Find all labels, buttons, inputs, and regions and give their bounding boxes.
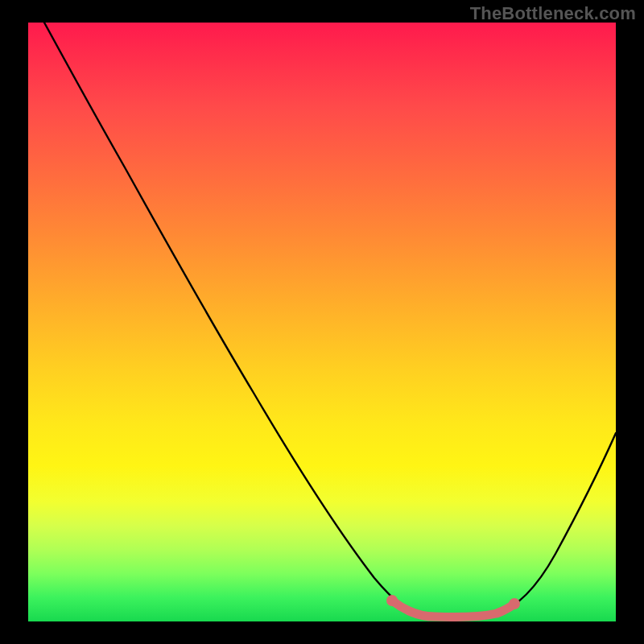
optimal-range-highlight (392, 601, 514, 617)
bottleneck-curve (28, 23, 616, 621)
watermark-text: TheBottleneck.com (470, 3, 636, 24)
optimal-range-start-dot (386, 595, 398, 606)
optimal-range-end-dot (509, 598, 520, 609)
plot-area (28, 23, 616, 621)
curve-line (44, 23, 616, 617)
chart-frame: TheBottleneck.com (0, 0, 644, 644)
